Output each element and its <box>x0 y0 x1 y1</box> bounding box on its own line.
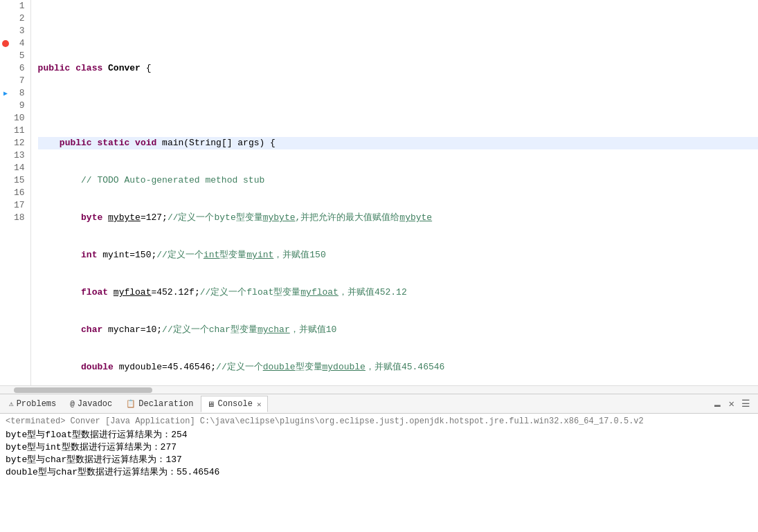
declaration-icon: 📋 <box>126 399 136 408</box>
breakpoint-indicator <box>2 40 9 47</box>
scrollbar-thumb[interactable] <box>14 387 152 393</box>
console-terminated-text: <terminated> Conver [Java Application] C… <box>6 415 752 428</box>
margin-row-2 <box>0 12 11 25</box>
margin-row-7 <box>0 75 11 87</box>
margin-row-3 <box>0 25 11 37</box>
line-numbers: 1 2 3 4 5 6 7 8 9 10 11 12 13 14 15 16 1… <box>11 0 31 385</box>
margin-row-17 <box>0 199 11 212</box>
margin-row-11 <box>0 125 11 137</box>
margin-row-14 <box>0 162 11 174</box>
margin-row-18 <box>0 212 11 224</box>
declaration-label: Declaration <box>138 399 193 409</box>
margin-row-13 <box>0 149 11 162</box>
minimize-panel-button[interactable]: 🗕 <box>710 398 724 410</box>
code-line-9: char mychar=10;//定义一个char型变量mychar，并赋值10 <box>38 324 758 336</box>
margin-row-16 <box>0 187 11 199</box>
margin-row-6 <box>0 62 11 75</box>
margin-row-4 <box>0 37 11 50</box>
code-line-6: byte mybyte=127;//定义一个byte型变量mybyte,并把允许… <box>38 212 758 224</box>
code-line-8: float myfloat=452.12f;//定义一个float型变量myfl… <box>38 286 758 299</box>
code-line-5: // TODO Auto-generated method stub <box>38 174 758 187</box>
console-output-line-1: byte型与float型数据进行运算结果为：254 <box>6 429 752 441</box>
code-line-10: double mydouble=45.46546;//定义一个double型变量… <box>38 361 758 374</box>
code-line-2: public class Conver { <box>38 62 758 75</box>
tab-problems[interactable]: ⚠ Problems <box>3 396 62 412</box>
margin-row-8: ▶ <box>0 87 11 100</box>
tab-declaration[interactable]: 📋 Declaration <box>120 396 199 412</box>
tab-bar-actions: 🗕 ✕ ☰ <box>710 398 755 410</box>
arrow-marker: ▶ <box>3 89 8 98</box>
tab-javadoc[interactable]: @ Javadoc <box>64 396 118 412</box>
tab-console[interactable]: 🖥 Console ✕ <box>201 396 267 412</box>
console-label: Console <box>217 399 252 409</box>
console-output-line-3: byte型与char型数据进行运算结果为：137 <box>6 454 752 466</box>
close-panel-button[interactable]: ✕ <box>727 398 737 410</box>
code-content[interactable]: public class Conver { public static void… <box>31 0 758 385</box>
code-line-3 <box>38 100 758 112</box>
code-line-7: int myint=150;//定义一个int型变量myint，并赋值150 <box>38 249 758 262</box>
bottom-panel: ⚠ Problems @ Javadoc 📋 Declaration 🖥 Con… <box>0 394 758 532</box>
margin-row-10 <box>0 112 11 125</box>
margin-row-9 <box>0 100 11 112</box>
javadoc-icon: @ <box>70 400 75 408</box>
code-container[interactable]: ▶ 1 2 3 4 5 6 7 8 9 10 11 12 <box>0 0 758 385</box>
console-output-line-2: byte型与int型数据进行运算结果为：277 <box>6 441 752 454</box>
code-line-1 <box>38 25 758 37</box>
code-line-4: public static void main(String[] args) { <box>38 137 758 149</box>
left-margin: ▶ <box>0 0 11 385</box>
editor-area: ▶ 1 2 3 4 5 6 7 8 9 10 11 12 <box>0 0 758 394</box>
problems-label: Problems <box>17 399 57 409</box>
margin-row-5 <box>0 50 11 62</box>
console-icon: 🖥 <box>207 400 215 409</box>
margin-row-15 <box>0 174 11 187</box>
margin-row-12 <box>0 137 11 149</box>
problems-icon: ⚠ <box>9 399 14 408</box>
console-content: <terminated> Conver [Java Application] C… <box>0 414 758 532</box>
console-close-button[interactable]: ✕ <box>257 400 262 409</box>
console-output-line-4: double型与char型数据进行运算结果为：55.46546 <box>6 466 752 479</box>
tab-bar: ⚠ Problems @ Javadoc 📋 Declaration 🖥 Con… <box>0 394 758 414</box>
horizontal-scrollbar[interactable] <box>0 385 758 394</box>
panel-menu-button[interactable]: ☰ <box>739 398 752 410</box>
javadoc-label: Javadoc <box>78 399 112 409</box>
margin-row-1 <box>0 0 11 12</box>
